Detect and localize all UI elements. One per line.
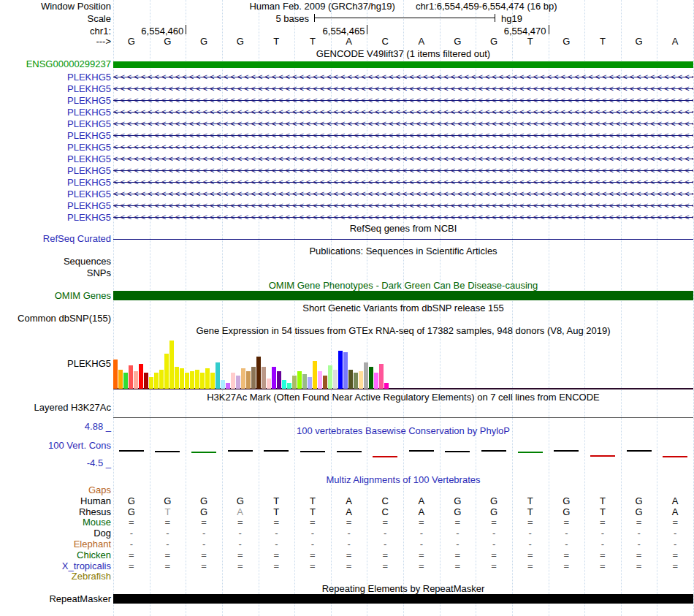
- gencode-transcript-line[interactable]: <<<<<<<<<<<<<<<<<<<<<<<<<<<<<<<<<<<<<<<<…: [113, 83, 693, 94]
- repeatmasker-bar[interactable]: [113, 594, 693, 604]
- track-title-multiz[interactable]: Multiz Alignments of 100 Vertebrates: [113, 475, 693, 484]
- gtex-expression-bar[interactable]: [354, 373, 358, 389]
- multiz-species-label[interactable]: Rhesus: [0, 507, 111, 517]
- gtex-expression-bar[interactable]: [185, 373, 189, 389]
- multiz-species-label[interactable]: Human: [0, 496, 111, 506]
- gencode-transcript-label[interactable]: PLEKHG5: [0, 84, 111, 94]
- gtex-expression-bar[interactable]: [328, 365, 332, 389]
- gtex-expression-bar[interactable]: [323, 376, 327, 389]
- gtex-expression-bar[interactable]: [231, 373, 235, 389]
- dbsnp-track-label[interactable]: Common dbSNP(155): [0, 313, 111, 323]
- gencode-transcript-label[interactable]: PLEKHG5: [0, 201, 111, 210]
- gtex-expression-bar[interactable]: [180, 368, 184, 389]
- gencode-transcript-line[interactable]: <<<<<<<<<<<<<<<<<<<<<<<<<<<<<<<<<<<<<<<<…: [113, 188, 693, 199]
- gencode-transcript-label[interactable]: PLEKHG5: [0, 119, 111, 129]
- gtex-expression-bar[interactable]: [374, 373, 378, 389]
- gencode-transcript-label[interactable]: PLEKHG5: [0, 154, 111, 164]
- gtex-expression-bar[interactable]: [364, 362, 368, 389]
- omim-genes-label[interactable]: OMIM Genes: [0, 291, 111, 300]
- gtex-expression-bar[interactable]: [287, 383, 291, 389]
- track-title-publications[interactable]: Publications: Sequences in Scientific Ar…: [113, 246, 693, 256]
- gencode-transcript-label[interactable]: PLEKHG5: [0, 131, 111, 140]
- gtex-expression-bar[interactable]: [318, 371, 322, 389]
- gencode-transcript-line[interactable]: <<<<<<<<<<<<<<<<<<<<<<<<<<<<<<<<<<<<<<<<…: [113, 71, 693, 83]
- gtex-expression-bar[interactable]: [256, 357, 261, 389]
- gtex-expression-bar[interactable]: [338, 351, 343, 389]
- gtex-expression-bar[interactable]: [205, 368, 210, 389]
- gtex-expression-bar[interactable]: [134, 371, 138, 389]
- gtex-expression-bar[interactable]: [302, 374, 307, 389]
- gtex-expression-bar[interactable]: [195, 370, 199, 389]
- gtex-gene-label[interactable]: PLEKHG5: [0, 359, 111, 368]
- gtex-expression-bar[interactable]: [154, 373, 159, 389]
- gtex-expression-bar[interactable]: [113, 360, 118, 389]
- gtex-expression-bar[interactable]: [216, 362, 220, 389]
- gtex-expression-bar[interactable]: [139, 364, 143, 389]
- gencode-transcript-line[interactable]: <<<<<<<<<<<<<<<<<<<<<<<<<<<<<<<<<<<<<<<<…: [113, 129, 693, 141]
- publications-snps-label[interactable]: SNPs: [0, 268, 111, 278]
- gencode-transcript-line[interactable]: <<<<<<<<<<<<<<<<<<<<<<<<<<<<<<<<<<<<<<<<…: [113, 211, 693, 223]
- gencode-transcript-label[interactable]: PLEKHG5: [0, 166, 111, 175]
- gtex-expression-bar[interactable]: [164, 354, 169, 389]
- gencode-transcript-line[interactable]: <<<<<<<<<<<<<<<<<<<<<<<<<<<<<<<<<<<<<<<<…: [113, 141, 693, 153]
- gtex-expression-bar[interactable]: [369, 367, 373, 389]
- track-title-dbsnp[interactable]: Short Genetic Variants from dbSNP releas…: [113, 303, 693, 313]
- gtex-expression-bar[interactable]: [308, 377, 312, 389]
- gtex-expression-bar[interactable]: [123, 373, 128, 389]
- gtex-expression-bar[interactable]: [348, 370, 353, 389]
- gtex-expression-bar[interactable]: [267, 379, 271, 389]
- multiz-species-label[interactable]: Chicken: [0, 550, 111, 560]
- gencode-transcript-line[interactable]: <<<<<<<<<<<<<<<<<<<<<<<<<<<<<<<<<<<<<<<<…: [113, 118, 693, 129]
- gtex-expression-bar[interactable]: [272, 367, 276, 389]
- phylop-track-label[interactable]: 100 Vert. Cons: [0, 441, 111, 450]
- gencode-transcript-line[interactable]: <<<<<<<<<<<<<<<<<<<<<<<<<<<<<<<<<<<<<<<<…: [113, 199, 693, 211]
- gtex-expression-bar[interactable]: [297, 371, 302, 389]
- multiz-species-label[interactable]: Elephant: [0, 539, 111, 549]
- gtex-expression-bar[interactable]: [118, 370, 123, 389]
- gtex-expression-bar[interactable]: [262, 367, 266, 389]
- gtex-expression-bar[interactable]: [251, 367, 256, 389]
- gtex-expression-bar[interactable]: [159, 370, 164, 389]
- gencode-gene-bar[interactable]: [113, 61, 693, 68]
- multiz-species-label[interactable]: Dog: [0, 528, 111, 538]
- gtex-expression-bar[interactable]: [282, 380, 286, 389]
- refseq-curated-label[interactable]: RefSeq Curated: [0, 234, 111, 243]
- publications-sequences-label[interactable]: Sequences: [0, 256, 111, 266]
- gencode-transcript-label[interactable]: PLEKHG5: [0, 178, 111, 187]
- multiz-species-label[interactable]: Mouse: [0, 517, 111, 527]
- track-title-refseq[interactable]: RefSeq genes from NCBI: [113, 224, 693, 233]
- gencode-transcript-label[interactable]: PLEKHG5: [0, 72, 111, 82]
- gtex-expression-bar[interactable]: [343, 352, 348, 389]
- h3k27ac-track-label[interactable]: Layered H3K27Ac: [0, 403, 111, 412]
- track-title-gencode[interactable]: GENCODE V49lift37 (1 items filtered out): [113, 49, 693, 58]
- gtex-expression-bar[interactable]: [210, 373, 215, 389]
- omim-gene-bar[interactable]: [113, 291, 693, 300]
- gencode-gene-label[interactable]: ENSG00000299237: [0, 59, 111, 69]
- gencode-transcript-line[interactable]: <<<<<<<<<<<<<<<<<<<<<<<<<<<<<<<<<<<<<<<<…: [113, 94, 693, 106]
- gtex-expression-bar[interactable]: [175, 367, 179, 389]
- multiz-species-label[interactable]: Gaps: [0, 485, 111, 495]
- multiz-species-label[interactable]: X_tropicalis: [0, 561, 111, 571]
- gtex-expression-bar[interactable]: [241, 368, 245, 389]
- gencode-transcript-line[interactable]: <<<<<<<<<<<<<<<<<<<<<<<<<<<<<<<<<<<<<<<<…: [113, 176, 693, 188]
- gtex-expression-bar[interactable]: [379, 364, 384, 389]
- gencode-transcript-label[interactable]: PLEKHG5: [0, 189, 111, 199]
- multiz-species-label[interactable]: Zebrafish: [0, 571, 111, 581]
- gencode-transcript-label[interactable]: PLEKHG5: [0, 142, 111, 152]
- gtex-expression-bar[interactable]: [200, 373, 205, 389]
- gencode-transcript-label[interactable]: PLEKHG5: [0, 213, 111, 222]
- gencode-transcript-line[interactable]: <<<<<<<<<<<<<<<<<<<<<<<<<<<<<<<<<<<<<<<<…: [113, 106, 693, 118]
- gtex-expression-bar[interactable]: [359, 371, 363, 389]
- track-title-repeatmasker[interactable]: Repeating Elements by RepeatMasker: [113, 584, 693, 593]
- gtex-expression-bar[interactable]: [333, 370, 338, 389]
- gtex-expression-bar[interactable]: [292, 376, 297, 389]
- track-title-h3k27ac[interactable]: H3K27Ac Mark (Often Found Near Active Re…: [113, 392, 693, 402]
- gtex-expression-bar[interactable]: [221, 380, 225, 389]
- gtex-expression-bar[interactable]: [236, 376, 240, 389]
- gencode-transcript-label[interactable]: PLEKHG5: [0, 96, 111, 105]
- gtex-expression-bar[interactable]: [190, 371, 194, 389]
- gtex-expression-bar[interactable]: [384, 383, 389, 389]
- track-title-omim[interactable]: OMIM Gene Phenotypes - Dark Green Can Be…: [113, 281, 693, 290]
- gencode-transcript-line[interactable]: <<<<<<<<<<<<<<<<<<<<<<<<<<<<<<<<<<<<<<<<…: [113, 153, 693, 164]
- gtex-expression-bar[interactable]: [313, 361, 317, 389]
